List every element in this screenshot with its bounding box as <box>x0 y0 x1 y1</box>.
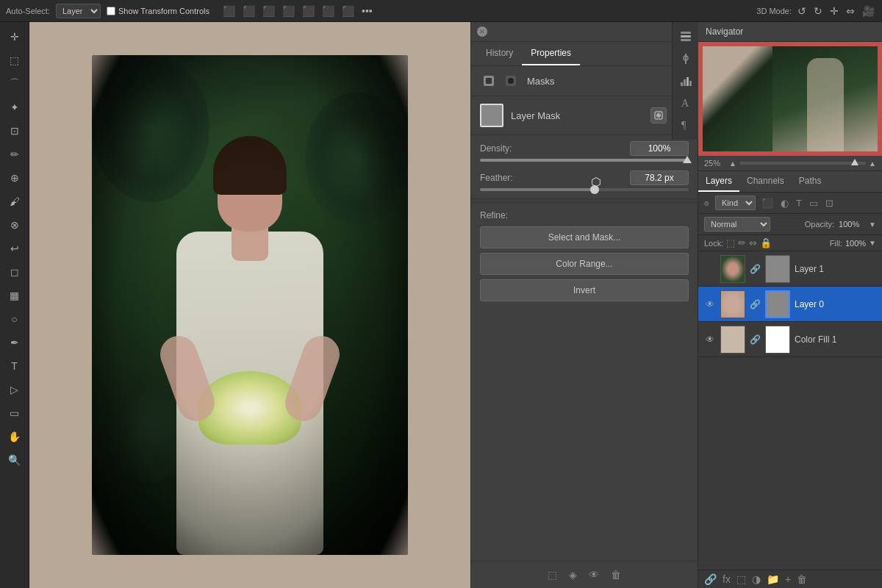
spot-heal-tool[interactable]: ⊕ <box>4 168 25 188</box>
link-layers-icon[interactable]: 🔗 <box>704 573 717 585</box>
lock-all-icon[interactable]: 🔒 <box>760 237 772 248</box>
add-adjustment-icon[interactable]: ◑ <box>752 573 761 585</box>
kind-dropdown[interactable]: Kind <box>715 196 756 210</box>
type-panel-icon[interactable]: A <box>675 93 696 113</box>
distribute-icon[interactable]: ⬛ <box>281 4 296 18</box>
show-transform-controls[interactable]: Show Transform Controls <box>107 7 209 15</box>
density-slider-thumb[interactable] <box>683 156 692 163</box>
add-group-icon[interactable]: 📁 <box>767 573 779 585</box>
align-top-icon[interactable]: ⬛ <box>301 4 316 18</box>
delete-mask-icon[interactable]: 🗑 <box>611 569 621 581</box>
feather-value[interactable]: 78.2 px <box>630 171 689 185</box>
eraser-tool[interactable]: ◻ <box>4 262 25 282</box>
layer-item[interactable]: 👁 🔗 Color Fill 1 <box>698 322 882 357</box>
show-transform-checkbox[interactable] <box>107 7 115 15</box>
tab-channels[interactable]: Channels <box>739 171 792 192</box>
tab-paths[interactable]: Paths <box>792 171 829 192</box>
opacity-arrow[interactable]: ▼ <box>869 220 876 229</box>
zoom-slider-thumb[interactable] <box>851 159 858 165</box>
panel-close-button[interactable]: ✕ <box>477 26 487 37</box>
pixel-mask-icon[interactable] <box>480 72 498 90</box>
invert-button[interactable]: Invert <box>480 279 689 301</box>
zoom-increase-icon[interactable]: ▲ <box>869 159 876 168</box>
histogram-icon[interactable] <box>675 71 696 91</box>
apply-mask-button[interactable] <box>650 107 667 123</box>
lasso-tool[interactable]: ⌒ <box>4 74 25 94</box>
colorfill-name: Color Fill 1 <box>795 334 876 345</box>
vector-mask-icon[interactable] <box>502 72 520 90</box>
align-right-icon[interactable]: ⬛ <box>261 4 276 18</box>
move-tool[interactable]: ✛ <box>4 26 25 47</box>
density-slider-track[interactable] <box>480 159 689 162</box>
selection-tool[interactable]: ⬚ <box>4 50 25 71</box>
delete-layer-icon[interactable]: 🗑 <box>797 573 807 585</box>
more-options-icon[interactable]: ••• <box>360 4 374 18</box>
type-layer-icon[interactable]: T <box>795 196 803 210</box>
add-layer-icon[interactable]: + <box>785 573 791 585</box>
layer-1-link-icon[interactable]: 🔗 <box>750 264 761 274</box>
layers-icon[interactable] <box>675 26 696 47</box>
zoom-decrease-icon[interactable]: ▲ <box>729 159 736 168</box>
auto-select-dropdown[interactable]: Layer Group <box>56 4 101 18</box>
select-mask-button[interactable]: Select and Mask... <box>480 226 689 248</box>
tab-layers[interactable]: Layers <box>698 171 739 192</box>
colorfill-link-icon[interactable]: 🔗 <box>750 334 761 345</box>
lock-position-icon[interactable]: ✏ <box>738 237 746 248</box>
layer-0-link-icon[interactable]: 🔗 <box>750 299 761 309</box>
clone-stamp-tool[interactable]: ⊗ <box>4 215 25 235</box>
adjustment-icon[interactable]: ◐ <box>779 196 790 210</box>
rectangle-tool[interactable]: ▭ <box>4 403 25 423</box>
tab-properties[interactable]: Properties <box>522 42 580 65</box>
lock-pixels-icon[interactable]: ⬚ <box>726 237 735 248</box>
3d-pan-icon[interactable]: ✛ <box>828 4 840 18</box>
layer-item[interactable]: 👁 🔗 Layer 0 <box>698 287 882 322</box>
eye-icon[interactable]: 👁 <box>589 569 599 581</box>
crop-tool[interactable]: ⊡ <box>4 121 25 141</box>
layer-1-visibility-icon[interactable]: 👁 <box>704 263 716 275</box>
history-brush-tool[interactable]: ↩ <box>4 238 25 259</box>
align-left-icon[interactable]: ⬛ <box>221 4 237 18</box>
color-range-button[interactable]: Color Range... <box>480 253 689 275</box>
3d-roll-icon[interactable]: ↻ <box>812 4 824 18</box>
layer-0-visibility-icon[interactable]: 👁 <box>704 298 716 310</box>
layer-item[interactable]: 👁 🔗 Layer 1 <box>698 251 882 287</box>
opacity-value[interactable]: 100% <box>839 220 864 229</box>
hand-tool[interactable]: ✋ <box>4 426 25 447</box>
path-select-tool[interactable]: ▷ <box>4 379 25 400</box>
align-center-icon[interactable]: ⬛ <box>241 4 257 18</box>
paragraph-icon[interactable]: ¶ <box>675 115 696 135</box>
mask-title: Layer Mask <box>511 110 643 121</box>
gradient-tool[interactable]: ▦ <box>4 285 25 306</box>
brush-tool[interactable]: 🖌 <box>4 191 25 212</box>
3d-orbit-icon[interactable]: ↺ <box>796 4 808 18</box>
blend-mode-dropdown[interactable]: Normal Multiply Screen Overlay <box>704 217 770 232</box>
zoom-slider[interactable] <box>739 162 866 165</box>
paint-bucket-icon[interactable]: ◈ <box>569 569 577 581</box>
lock-artboard-icon[interactable]: ⇔ <box>749 237 757 248</box>
distribute2-icon[interactable]: ⬛ <box>340 4 356 18</box>
shape-layer-icon[interactable]: ▭ <box>808 196 820 210</box>
3d-slide-icon[interactable]: ⇔ <box>845 4 856 18</box>
fill-value[interactable]: 100% <box>845 239 866 248</box>
density-value[interactable]: 100% <box>630 141 689 156</box>
eyedropper-tool[interactable]: ✏ <box>4 144 25 165</box>
add-mask-icon[interactable]: ⬚ <box>736 573 746 585</box>
feather-slider-track[interactable]: ⬡ <box>480 188 689 191</box>
smart-object-icon[interactable]: ⊡ <box>824 196 835 210</box>
canvas-area[interactable] <box>29 22 470 588</box>
zoom-tool[interactable]: 🔍 <box>4 450 25 470</box>
colorfill-visibility-icon[interactable]: 👁 <box>704 334 716 345</box>
align-bottom-icon[interactable]: ⬛ <box>320 4 336 18</box>
magic-wand-tool[interactable]: ✦ <box>4 97 25 118</box>
tab-history[interactable]: History <box>477 42 522 65</box>
fill-arrow[interactable]: ▼ <box>869 239 876 247</box>
dodge-tool[interactable]: ○ <box>4 309 25 329</box>
adjustments-icon[interactable] <box>675 49 696 69</box>
add-style-icon[interactable]: fx <box>723 573 731 585</box>
feather-slider-thumb[interactable] <box>590 185 599 194</box>
pen-tool[interactable]: ✒ <box>4 332 25 353</box>
type-tool[interactable]: T <box>4 356 25 376</box>
3d-camera-icon[interactable]: 🎥 <box>861 4 876 18</box>
marquee-icon[interactable]: ⬚ <box>548 569 557 581</box>
pixel-icon[interactable]: ⬛ <box>760 196 775 210</box>
